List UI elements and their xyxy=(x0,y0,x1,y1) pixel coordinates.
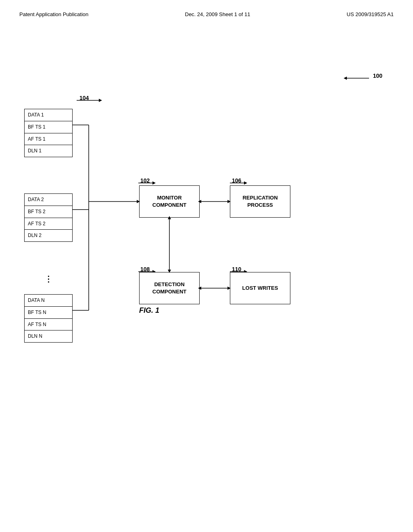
record-row: AF TS N xyxy=(24,319,73,331)
svg-marker-7 xyxy=(244,181,247,185)
arrows-diagram xyxy=(24,40,387,484)
ref-104-label: 104 xyxy=(75,95,84,101)
record-row: DLN N xyxy=(24,330,73,343)
replication-process-box: REPLICATIONPROCESS xyxy=(230,185,290,218)
lost-writes-box: LOST WRITES xyxy=(230,272,290,304)
replication-process-label: REPLICATIONPROCESS xyxy=(242,194,277,209)
ref-110-label: 110 xyxy=(228,266,237,272)
page-header: Patent Application Publication Dec. 24, … xyxy=(0,0,413,17)
svg-marker-3 xyxy=(99,99,102,102)
record-row: DATA N xyxy=(24,294,73,307)
ref-108-label: 108 xyxy=(136,266,146,272)
record-row: DATA 1 xyxy=(24,109,73,121)
ref-102-label: 102 xyxy=(136,177,146,184)
ref-100-label: 100 xyxy=(366,73,375,79)
svg-marker-5 xyxy=(152,181,156,185)
header-right: US 2009/319525 A1 xyxy=(347,11,394,17)
monitor-component-label: MONITORCOMPONENT xyxy=(152,194,187,209)
diagram: 100 104 DATA 1 BF TS 1 AF TS 1 DLN 1 DAT… xyxy=(24,40,387,484)
record-row: BF TS 1 xyxy=(24,121,73,133)
record-group-n: DATA N BF TS N AF TS N DLN N xyxy=(24,294,73,343)
record-row: DATA 2 xyxy=(24,193,73,206)
record-row: DLN 2 xyxy=(24,230,73,242)
record-row: BF TS 2 xyxy=(24,206,73,218)
record-group-2: DATA 2 BF TS 2 AF TS 2 DLN 2 xyxy=(24,193,73,242)
record-row: AF TS 2 xyxy=(24,218,73,230)
record-row: BF TS N xyxy=(24,307,73,319)
header-left: Patent Application Publication xyxy=(19,11,88,17)
record-group-1: DATA 1 BF TS 1 AF TS 1 DLN 1 xyxy=(24,109,73,157)
figure-caption: FIG. 1 xyxy=(139,306,159,315)
detection-component-box: DETECTIONCOMPONENT xyxy=(139,272,200,304)
svg-marker-1 xyxy=(344,77,347,80)
record-row: DLN 1 xyxy=(24,145,73,157)
ellipsis: ⋮ xyxy=(44,274,52,284)
monitor-component-box: MONITORCOMPONENT xyxy=(139,185,200,218)
header-center: Dec. 24, 2009 Sheet 1 of 11 xyxy=(185,11,250,17)
lost-writes-label: LOST WRITES xyxy=(242,285,278,292)
detection-component-label: DETECTIONCOMPONENT xyxy=(152,281,187,295)
record-row: AF TS 1 xyxy=(24,133,73,145)
ref-106-label: 106 xyxy=(228,177,237,184)
